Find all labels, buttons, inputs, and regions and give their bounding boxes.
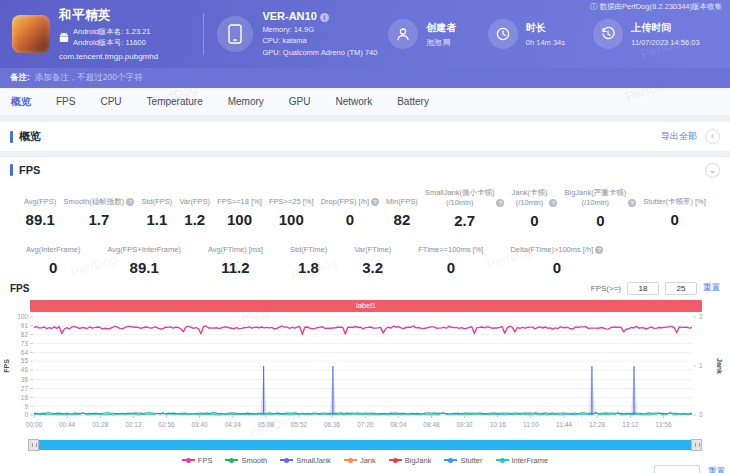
fps-stats-row-2: Avg(InterFrame)0 Avg(FPS+InterFrame)89.1… xyxy=(0,236,730,276)
help-icon[interactable]: ? xyxy=(595,246,603,254)
app-package-name: com.tencent.tmgp.pubgmhd xyxy=(59,52,158,61)
next-section-reset-link[interactable]: 重置 xyxy=(708,466,725,473)
help-icon[interactable]: ? xyxy=(371,198,379,206)
collapse-left-button[interactable]: ‹ xyxy=(705,129,720,144)
stat-avg-fps: Avg(FPS)89.1 xyxy=(24,188,56,229)
svg-text:02:12: 02:12 xyxy=(125,421,142,428)
stat-var-ftime: Var(FTime)3.2 xyxy=(354,236,391,276)
help-icon[interactable]: ? xyxy=(549,199,557,207)
svg-text:64: 64 xyxy=(21,348,29,355)
android-icon xyxy=(59,32,69,44)
creator-label: 创建者 xyxy=(426,21,456,35)
tab-temperature[interactable]: Temperature xyxy=(147,96,203,107)
svg-text:82: 82 xyxy=(21,330,29,337)
help-icon[interactable]: ? xyxy=(496,199,504,207)
fps-threshold-input-2[interactable] xyxy=(665,282,697,295)
fps-line-chart[interactable]: 1009182736455463627189021000:0000:4401:2… xyxy=(0,313,726,439)
svg-text:00:00: 00:00 xyxy=(26,421,43,428)
legend-marker xyxy=(496,459,509,461)
svg-text:2: 2 xyxy=(699,313,703,320)
user-icon xyxy=(388,19,418,49)
stat-avg-ftime: Avg(FTime) [ms]11.2 xyxy=(208,236,263,276)
svg-text:10:16: 10:16 xyxy=(490,421,507,428)
svg-text:08:04: 08:04 xyxy=(390,421,407,428)
tab-gpu[interactable]: GPU xyxy=(289,96,311,107)
legend-marker xyxy=(225,459,238,461)
chart-legend: FPS Smooth SmallJank Jank BigJank Stutte… xyxy=(0,456,730,465)
svg-text:55: 55 xyxy=(21,357,29,364)
report-tabs: 概览 FPS CPU Temperature Memory GPU Networ… xyxy=(0,88,730,116)
legend-marker xyxy=(389,459,402,461)
stat-std-ftime: Std(FTime)1.8 xyxy=(290,236,327,276)
stat-fps-ge-25: FPS>=25 [%]100 xyxy=(269,188,314,229)
svg-text:12:28: 12:28 xyxy=(589,421,606,428)
legend-item-stutter[interactable]: Stutter xyxy=(444,456,482,465)
game-title: 和平精英 xyxy=(59,7,158,24)
legend-item-interframe[interactable]: InterFrame xyxy=(496,456,549,465)
tab-memory[interactable]: Memory xyxy=(228,96,264,107)
fps-chart-title: FPS xyxy=(10,283,29,294)
title-accent-bar xyxy=(10,164,13,176)
info-icon: ⓘ xyxy=(590,2,598,11)
device-gpu: GPU: Qualcomm Adreno (TM) 740 xyxy=(262,47,377,58)
next-section-threshold-input[interactable] xyxy=(654,465,700,473)
tab-battery[interactable]: Battery xyxy=(397,96,429,107)
chart-label-banner[interactable]: label1 xyxy=(30,300,702,312)
scrollbar-left-handle[interactable] xyxy=(28,439,39,451)
tab-cpu[interactable]: CPU xyxy=(100,96,121,107)
fps-threshold-input-1[interactable] xyxy=(627,282,659,295)
tab-fps[interactable]: FPS xyxy=(56,96,75,107)
svg-text:36: 36 xyxy=(21,376,29,383)
game-app-icon xyxy=(12,15,50,53)
legend-marker xyxy=(182,459,195,461)
svg-text:9: 9 xyxy=(24,402,28,409)
remark-bar[interactable]: 备注: 添加备注，不超过200个字符 xyxy=(0,68,730,88)
chart-range-scrollbar xyxy=(28,440,702,451)
threshold-reset-link[interactable]: 重置 xyxy=(703,282,720,294)
export-all-link[interactable]: 导出全部 xyxy=(661,130,697,143)
svg-text:46: 46 xyxy=(21,366,29,373)
legend-item-fps[interactable]: FPS xyxy=(182,456,213,465)
svg-text:05:52: 05:52 xyxy=(291,421,308,428)
device-specs: Memory: 14.9G CPU: kalama GPU: Qualcomm … xyxy=(262,24,377,58)
upload-time-value: 11/07/2023 14:56:03 xyxy=(631,38,699,47)
stat-small-jank: SmallJank(微小卡顿) (/10min)?2.7 xyxy=(425,188,505,229)
svg-text:0: 0 xyxy=(24,411,28,418)
svg-text:73: 73 xyxy=(21,339,29,346)
svg-text:03:40: 03:40 xyxy=(191,421,208,428)
help-icon[interactable]: ? xyxy=(628,199,636,207)
stat-drop-fps: Drop(FPS) [/h]?0 xyxy=(321,188,379,229)
phone-icon xyxy=(217,16,253,52)
remark-label: 备注: xyxy=(10,72,30,84)
legend-item-jank[interactable]: Jank xyxy=(344,456,376,465)
scrollbar-track[interactable] xyxy=(28,440,702,450)
fps-stats-row-1: Avg(FPS)89.1 Smooth(稳帧指数)?1.7 Std(FPS)1.… xyxy=(0,188,730,229)
report-header: ⓘ数据由PerfDog(8.2.230344)版本收集 和平精英 Android… xyxy=(0,0,730,68)
svg-text:100: 100 xyxy=(17,313,28,320)
stat-stutter: Stutter(卡顿率) [%]0 xyxy=(643,188,706,229)
overview-section-header: 概览 导出全部 ‹ xyxy=(0,122,730,151)
scrollbar-right-handle[interactable] xyxy=(691,439,702,451)
svg-text:FPS: FPS xyxy=(3,358,10,372)
legend-item-smalljank[interactable]: SmallJank xyxy=(280,456,331,465)
stat-min-fps: Min(FPS)82 xyxy=(386,188,418,229)
app-version-code: Android版本号: 11600 xyxy=(73,38,151,49)
perfdog-report-page: ⓘ数据由PerfDog(8.2.230344)版本收集 和平精英 Android… xyxy=(0,0,730,473)
help-icon[interactable]: ? xyxy=(126,198,134,206)
creator-group: 创建者 泡泡 网 xyxy=(388,19,488,49)
svg-text:1: 1 xyxy=(699,362,703,369)
device-info-icon[interactable]: i xyxy=(320,13,329,22)
legend-item-smooth[interactable]: Smooth xyxy=(225,456,267,465)
device-info-group: VER-AN10i Memory: 14.9G CPU: kalama GPU:… xyxy=(204,10,388,58)
tab-overview[interactable]: 概览 xyxy=(11,95,31,109)
svg-text:13:56: 13:56 xyxy=(655,421,672,428)
collapse-section-button[interactable]: ⌄ xyxy=(705,163,720,178)
legend-marker xyxy=(444,459,457,461)
title-accent-bar xyxy=(10,131,13,143)
legend-item-bigjank[interactable]: BigJank xyxy=(389,456,432,465)
svg-text:91: 91 xyxy=(21,322,29,329)
tab-network[interactable]: Network xyxy=(336,96,373,107)
duration-group: 时长 0h 14m 34s xyxy=(488,19,593,49)
svg-text:05:08: 05:08 xyxy=(258,421,275,428)
stat-fps-ge-18: FPS>=18 [%]100 xyxy=(217,188,262,229)
